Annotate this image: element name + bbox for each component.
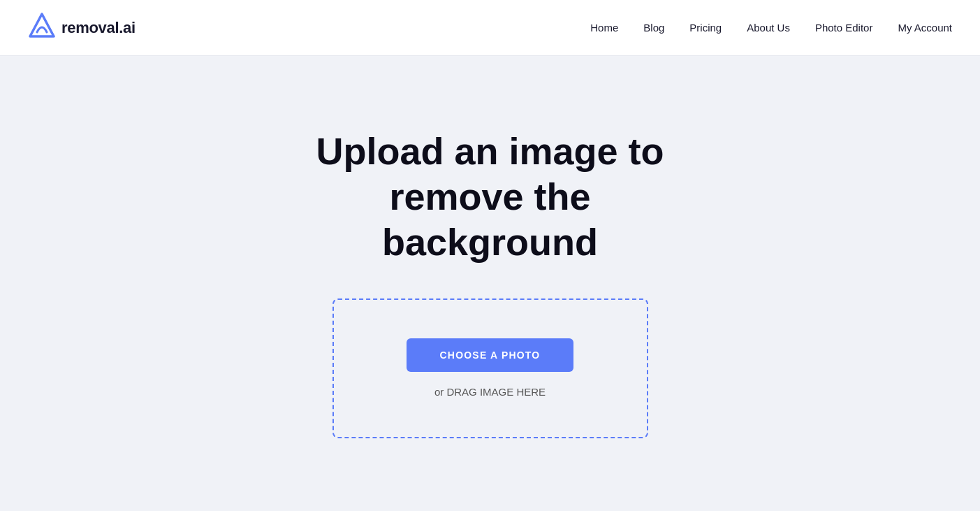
nav-item-photo-editor[interactable]: Photo Editor <box>815 22 873 34</box>
nav-item-home[interactable]: Home <box>590 22 618 34</box>
logo[interactable]: removal.ai <box>28 13 136 43</box>
nav-link-my-account[interactable]: My Account <box>898 22 952 34</box>
drag-image-text: or DRAG IMAGE HERE <box>434 386 546 398</box>
nav-links: Home Blog Pricing About Us Photo Editor … <box>590 22 952 34</box>
hero-title-line1: Upload an image toremove thebackground <box>316 130 664 263</box>
main-content: Upload an image toremove thebackground C… <box>0 56 980 511</box>
nav-link-photo-editor[interactable]: Photo Editor <box>815 22 873 34</box>
nav-item-blog[interactable]: Blog <box>643 22 664 34</box>
nav-link-pricing[interactable]: Pricing <box>689 22 722 34</box>
nav-item-about-us[interactable]: About Us <box>747 22 790 34</box>
nav-link-about-us[interactable]: About Us <box>747 22 790 34</box>
nav-item-my-account[interactable]: My Account <box>898 22 952 34</box>
hero-title: Upload an image toremove thebackground <box>316 129 664 264</box>
upload-drop-zone[interactable]: CHOOSE A PHOTO or DRAG IMAGE HERE <box>332 298 648 438</box>
nav-link-blog[interactable]: Blog <box>643 22 664 34</box>
logo-text: removal.ai <box>61 19 136 37</box>
nav-link-home[interactable]: Home <box>590 22 618 34</box>
choose-photo-button[interactable]: CHOOSE A PHOTO <box>407 338 574 372</box>
nav-item-pricing[interactable]: Pricing <box>689 22 722 34</box>
navbar: removal.ai Home Blog Pricing About Us Ph… <box>0 0 980 56</box>
logo-icon <box>28 13 56 43</box>
